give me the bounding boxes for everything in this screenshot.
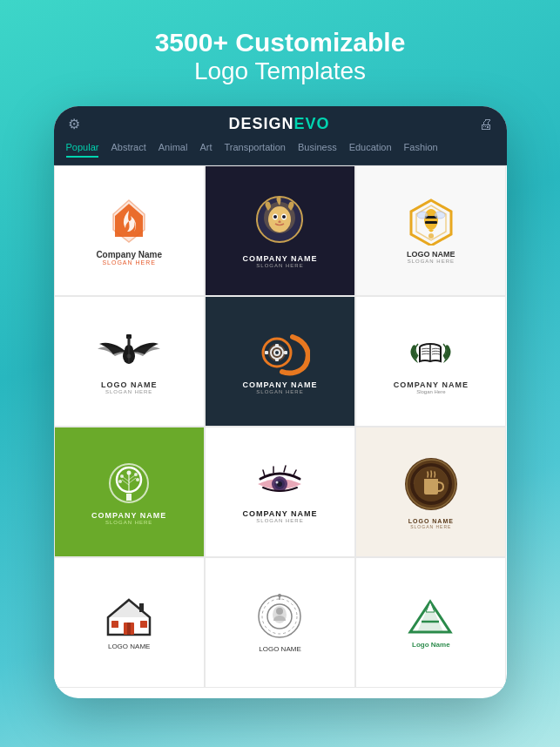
tablet-frame: ⚙ DESIGNEVO 🖨 Popular Abstract Animal Ar… <box>54 106 507 698</box>
app-header: ⚙ DESIGNEVO 🖨 <box>54 106 507 142</box>
coffee-badge-icon <box>401 454 461 514</box>
svg-point-13 <box>424 209 438 230</box>
svg-point-17 <box>435 212 445 219</box>
hero-section: 3500+ Customizable Logo Templates <box>155 28 406 85</box>
tab-business[interactable]: Business <box>298 142 337 158</box>
svg-point-46 <box>136 478 139 481</box>
save-icon[interactable]: 🖨 <box>479 117 493 132</box>
tab-animal[interactable]: Animal <box>159 142 188 158</box>
svg-line-50 <box>284 466 286 472</box>
svg-rect-64 <box>111 621 118 628</box>
svg-point-45 <box>118 480 122 483</box>
svg-point-71 <box>276 608 283 615</box>
cell3-slogan: SLOGAN HERE <box>408 259 455 264</box>
hero-line2: Logo Templates <box>155 57 406 85</box>
svg-rect-66 <box>139 603 144 612</box>
logo-cell-3[interactable]: LOGO NAME SLOGAN HERE <box>355 165 506 296</box>
cell11-name: LOGO NAME <box>259 645 300 653</box>
tab-abstract[interactable]: Abstract <box>111 142 145 158</box>
cell5-name: COMPANY NAME <box>242 380 317 389</box>
cell4-slogan: SLOGAN HERE <box>105 389 152 394</box>
tab-education[interactable]: Education <box>349 142 392 158</box>
logo-cell-2[interactable]: COMPANY NAME SLOGAN HERE <box>205 165 355 296</box>
logo-cell-6[interactable]: COMPANY NAME Slogan Here <box>355 296 506 427</box>
beauty-eye-icon <box>247 461 313 505</box>
cell6-name: COMPANY NAME <box>394 380 469 389</box>
cell9-name: LOGO NAME <box>408 518 454 524</box>
book-laurel-icon <box>402 328 459 376</box>
svg-point-55 <box>275 481 278 483</box>
cell8-name: COMPANY NAME <box>242 509 317 518</box>
svg-point-47 <box>127 471 132 475</box>
logo-cell-5[interactable]: COMPANY NAME SLOGAN HERE <box>205 296 355 427</box>
tab-fashion[interactable]: Fashion <box>404 142 438 158</box>
house-logo-icon <box>101 595 158 638</box>
cell8-slogan: SLOGAN HERE <box>256 518 303 523</box>
nav-tabs: Popular Abstract Animal Art Transportati… <box>54 142 507 165</box>
eye-logo-icon <box>249 328 310 376</box>
svg-point-16 <box>417 212 428 219</box>
cell1-name: Company Name <box>96 250 162 259</box>
cell12-name: Logo Name <box>412 641 450 649</box>
logo-cell-4[interactable]: LOGO NAME SLOGAN HERE <box>54 296 205 427</box>
svg-rect-31 <box>275 358 279 361</box>
logo-design-text: DESIGN <box>228 115 293 132</box>
gear-icon[interactable]: ⚙ <box>68 116 80 132</box>
tab-popular[interactable]: Popular <box>66 142 99 158</box>
cell2-name: COMPANY NAME <box>242 254 317 263</box>
svg-point-43 <box>120 474 124 478</box>
logo-cell-10[interactable]: LOGO NAME <box>54 557 205 688</box>
logo-evo-text: EVO <box>294 115 330 132</box>
svg-line-51 <box>293 470 296 475</box>
cell7-slogan: SLOGAN HERE <box>105 520 152 525</box>
tab-transportation[interactable]: Transportation <box>224 142 286 158</box>
ornament-logo-icon <box>256 593 304 641</box>
logo-cell-12[interactable]: Logo Name <box>355 557 506 688</box>
logo-grid: Company Name SLOGAN HERE <box>54 165 507 698</box>
logo-cell-1[interactable]: Company Name SLOGAN HERE <box>54 165 205 296</box>
svg-rect-36 <box>126 494 132 501</box>
lion-logo-icon <box>253 193 306 250</box>
cell5-slogan: SLOGAN HERE <box>256 389 303 394</box>
cell9-slogan: SLOGAN HERE <box>410 524 451 529</box>
flame-logo-icon <box>106 197 152 246</box>
cell6-slogan: Slogan Here <box>416 389 445 394</box>
cell3-name: LOGO NAME <box>407 250 455 259</box>
svg-line-48 <box>263 470 265 476</box>
app-logo: DESIGNEVO <box>228 115 329 133</box>
bee-logo-icon <box>406 198 456 246</box>
svg-rect-65 <box>140 621 147 628</box>
logo-cell-7[interactable]: COMPANY NAME SLOGAN HERE <box>54 427 205 557</box>
svg-rect-15 <box>425 221 437 224</box>
cell1-slogan: SLOGAN HERE <box>102 259 156 266</box>
svg-rect-30 <box>275 344 279 347</box>
guitar-wings-icon <box>94 328 164 376</box>
svg-point-6 <box>268 206 291 232</box>
svg-rect-33 <box>284 351 287 354</box>
logo-cell-8[interactable]: COMPANY NAME SLOGAN HERE <box>205 427 355 557</box>
cell10-name: LOGO NAME <box>108 643 150 650</box>
svg-rect-32 <box>265 351 268 354</box>
svg-point-18 <box>428 233 434 239</box>
svg-point-44 <box>134 473 138 476</box>
svg-point-10 <box>282 215 286 219</box>
svg-point-73 <box>278 594 281 597</box>
tab-art[interactable]: Art <box>199 142 212 158</box>
svg-rect-63 <box>127 622 131 635</box>
cell4-name: LOGO NAME <box>101 380 158 389</box>
tree-logo-icon <box>103 459 155 507</box>
mountain-logo-icon <box>407 597 455 636</box>
cell2-slogan: SLOGAN HERE <box>256 263 303 268</box>
logo-cell-11[interactable]: LOGO NAME <box>205 557 355 688</box>
hero-line1: 3500+ Customizable <box>155 28 406 57</box>
svg-point-9 <box>273 215 277 219</box>
logo-cell-9[interactable]: LOGO NAME SLOGAN HERE <box>355 427 506 557</box>
svg-point-29 <box>275 351 279 354</box>
cell7-name: COMPANY NAME <box>91 511 166 520</box>
